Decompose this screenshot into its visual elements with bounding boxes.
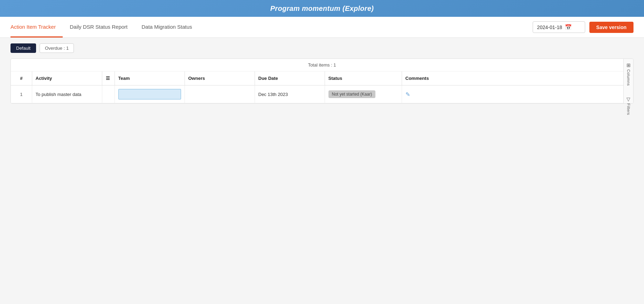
- cell-team[interactable]: [115, 85, 185, 103]
- date-picker[interactable]: 2024-01-18 📅: [533, 21, 585, 33]
- table-wrapper: Total items : 1 # Activity ☰: [11, 58, 633, 104]
- right-sidebar: ⊞ Columns ▽ Filters: [623, 59, 633, 103]
- col-header-status: Status: [325, 71, 402, 85]
- filters-panel[interactable]: ▽ Filters: [626, 96, 631, 115]
- status-badge: Not yet started (Kaar): [328, 90, 376, 98]
- edit-icon[interactable]: ✎: [406, 91, 410, 97]
- nav-tabs: Action Item Tracker Daily DSR Status Rep…: [11, 17, 533, 37]
- cell-due-date: Dec 13th 2023: [255, 85, 325, 103]
- cell-activity: To publish master data: [32, 85, 102, 103]
- filters-label: Filters: [626, 103, 631, 115]
- columns-label: Columns: [626, 69, 631, 86]
- save-version-button[interactable]: Save version: [589, 22, 633, 33]
- col-header-owners: Owners: [185, 71, 255, 85]
- cell-status: Not yet started (Kaar): [325, 85, 402, 103]
- table-row: 1 To publish master data: [11, 85, 633, 103]
- default-filter-button[interactable]: Default: [11, 43, 36, 53]
- content-area: Default Overdue : 1 Total items : 1 # Ac…: [0, 38, 644, 304]
- columns-panel[interactable]: ⊞ Columns: [626, 62, 631, 86]
- table-header-row: # Activity ☰ Team Owners: [11, 71, 633, 85]
- cell-comments[interactable]: ✎: [402, 85, 633, 103]
- main-table: # Activity ☰ Team Owners: [11, 71, 633, 103]
- nav-bar: Action Item Tracker Daily DSR Status Rep…: [0, 17, 644, 38]
- col-header-comments: Comments: [402, 71, 633, 85]
- col-header-team: Team: [115, 71, 185, 85]
- col-header-menu: ☰: [102, 71, 115, 85]
- filter-bar: Default Overdue : 1: [11, 43, 633, 53]
- filters-icon: ▽: [626, 96, 630, 102]
- app-header: Program momentum (Explore): [0, 0, 644, 17]
- calendar-icon: 📅: [565, 24, 572, 30]
- total-items-label: Total items : 1: [11, 59, 633, 71]
- cell-owners: [185, 85, 255, 103]
- tab-data-migration[interactable]: Data Migration Status: [134, 17, 199, 37]
- col-header-activity: Activity: [32, 71, 102, 85]
- date-value: 2024-01-18: [537, 25, 562, 30]
- cell-menu: [102, 85, 115, 103]
- app-title: Program momentum (Explore): [270, 5, 374, 13]
- menu-icon: ☰: [106, 76, 110, 81]
- table-container: Total items : 1 # Activity ☰: [11, 58, 633, 104]
- overdue-filter-button[interactable]: Overdue : 1: [40, 43, 74, 53]
- tab-daily-dsr-status[interactable]: Daily DSR Status Report: [63, 17, 134, 37]
- team-input[interactable]: [118, 89, 181, 99]
- tab-action-item-tracker[interactable]: Action Item Tracker: [11, 17, 63, 37]
- cell-num: 1: [11, 85, 32, 103]
- columns-icon: ⊞: [626, 62, 631, 68]
- nav-actions: 2024-01-18 📅 Save version: [533, 21, 633, 33]
- col-header-num: #: [11, 71, 32, 85]
- col-header-due-date: Due Date: [255, 71, 325, 85]
